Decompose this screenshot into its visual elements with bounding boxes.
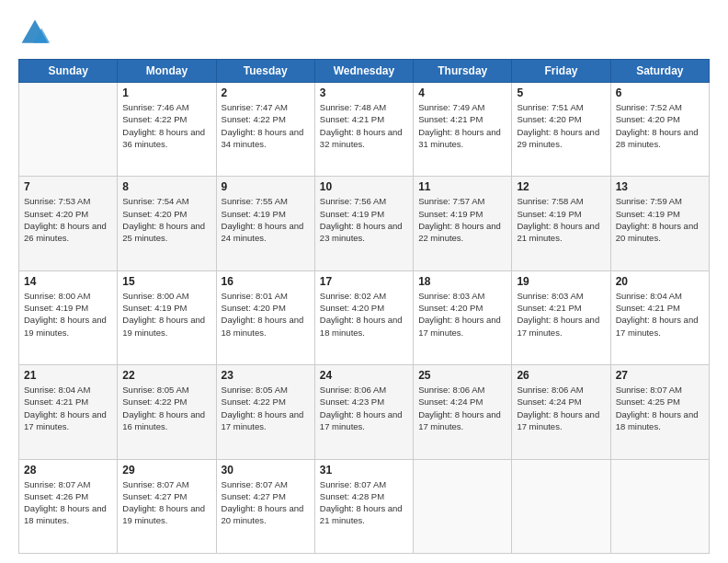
day-info: Sunrise: 7:57 AMSunset: 4:19 PMDaylight:…: [418, 195, 506, 244]
day-number: 13: [616, 180, 704, 193]
calendar-cell: 30Sunrise: 8:07 AMSunset: 4:27 PMDayligh…: [216, 459, 314, 553]
calendar-cell: 21Sunrise: 8:04 AMSunset: 4:21 PMDayligh…: [19, 365, 118, 459]
day-info: Sunrise: 8:07 AMSunset: 4:27 PMDaylight:…: [122, 478, 210, 527]
calendar-cell: 29Sunrise: 8:07 AMSunset: 4:27 PMDayligh…: [118, 459, 216, 553]
day-info: Sunrise: 8:03 AMSunset: 4:21 PMDaylight:…: [517, 290, 605, 339]
calendar-cell: 23Sunrise: 8:05 AMSunset: 4:22 PMDayligh…: [216, 365, 314, 459]
day-header-friday: Friday: [512, 60, 610, 83]
calendar-table: SundayMondayTuesdayWednesdayThursdayFrid…: [18, 59, 710, 554]
calendar-cell: 10Sunrise: 7:56 AMSunset: 4:19 PMDayligh…: [314, 177, 413, 270]
day-number: 6: [616, 86, 704, 99]
day-info: Sunrise: 7:55 AMSunset: 4:19 PMDaylight:…: [222, 195, 310, 244]
calendar-cell: 31Sunrise: 8:07 AMSunset: 4:28 PMDayligh…: [314, 459, 413, 553]
day-number: 21: [24, 369, 112, 382]
calendar-cell: 15Sunrise: 8:00 AMSunset: 4:19 PMDayligh…: [118, 270, 216, 364]
day-info: Sunrise: 7:46 AMSunset: 4:22 PMDaylight:…: [122, 101, 210, 150]
day-number: 23: [222, 369, 310, 382]
day-header-wednesday: Wednesday: [314, 60, 413, 83]
calendar-cell: 12Sunrise: 7:58 AMSunset: 4:19 PMDayligh…: [512, 177, 610, 270]
calendar-cell: 8Sunrise: 7:54 AMSunset: 4:20 PMDaylight…: [118, 177, 216, 270]
day-number: 16: [222, 275, 310, 288]
calendar-cell: 9Sunrise: 7:55 AMSunset: 4:19 PMDaylight…: [216, 177, 314, 270]
day-info: Sunrise: 8:02 AMSunset: 4:20 PMDaylight:…: [320, 290, 408, 339]
day-info: Sunrise: 8:07 AMSunset: 4:26 PMDaylight:…: [24, 478, 112, 527]
day-number: 29: [122, 464, 210, 477]
day-header-sunday: Sunday: [19, 60, 118, 83]
day-number: 24: [320, 369, 408, 382]
day-number: 19: [517, 275, 605, 288]
day-info: Sunrise: 7:47 AMSunset: 4:22 PMDaylight:…: [222, 101, 310, 150]
day-number: 8: [122, 180, 210, 193]
day-number: 25: [418, 369, 506, 382]
day-info: Sunrise: 8:06 AMSunset: 4:23 PMDaylight:…: [320, 384, 408, 432]
calendar-cell: [414, 459, 512, 553]
calendar-cell: 28Sunrise: 8:07 AMSunset: 4:26 PMDayligh…: [19, 459, 118, 553]
day-number: 18: [418, 275, 506, 288]
day-info: Sunrise: 8:00 AMSunset: 4:19 PMDaylight:…: [24, 290, 112, 339]
day-info: Sunrise: 7:59 AMSunset: 4:19 PMDaylight:…: [616, 195, 704, 244]
header: [18, 17, 710, 50]
logo-icon: [18, 17, 51, 50]
day-info: Sunrise: 8:04 AMSunset: 4:21 PMDaylight:…: [24, 384, 112, 432]
day-info: Sunrise: 8:07 AMSunset: 4:25 PMDaylight:…: [616, 384, 704, 432]
day-number: 30: [222, 464, 310, 477]
day-number: 9: [222, 180, 310, 193]
calendar-cell: 14Sunrise: 8:00 AMSunset: 4:19 PMDayligh…: [19, 270, 118, 364]
day-number: 12: [517, 180, 605, 193]
day-number: 17: [320, 275, 408, 288]
calendar-cell: 17Sunrise: 8:02 AMSunset: 4:20 PMDayligh…: [314, 270, 413, 364]
logo: [18, 17, 57, 50]
day-info: Sunrise: 7:56 AMSunset: 4:19 PMDaylight:…: [320, 195, 408, 244]
day-number: 27: [616, 369, 704, 382]
calendar-cell: 16Sunrise: 8:01 AMSunset: 4:20 PMDayligh…: [216, 270, 314, 364]
calendar-cell: 5Sunrise: 7:51 AMSunset: 4:20 PMDaylight…: [512, 83, 610, 177]
day-info: Sunrise: 7:54 AMSunset: 4:20 PMDaylight:…: [122, 195, 210, 244]
day-info: Sunrise: 8:06 AMSunset: 4:24 PMDaylight:…: [418, 384, 506, 432]
calendar-cell: 3Sunrise: 7:48 AMSunset: 4:21 PMDaylight…: [314, 83, 413, 177]
calendar-week-row: 28Sunrise: 8:07 AMSunset: 4:26 PMDayligh…: [19, 459, 710, 553]
day-info: Sunrise: 8:03 AMSunset: 4:20 PMDaylight:…: [418, 290, 506, 339]
day-info: Sunrise: 8:07 AMSunset: 4:27 PMDaylight:…: [222, 478, 310, 527]
calendar-cell: 6Sunrise: 7:52 AMSunset: 4:20 PMDaylight…: [610, 83, 709, 177]
day-info: Sunrise: 7:51 AMSunset: 4:20 PMDaylight:…: [517, 101, 605, 150]
day-number: 28: [24, 464, 112, 477]
day-info: Sunrise: 7:53 AMSunset: 4:20 PMDaylight:…: [24, 195, 112, 244]
day-header-saturday: Saturday: [610, 60, 709, 83]
calendar-cell: 1Sunrise: 7:46 AMSunset: 4:22 PMDaylight…: [118, 83, 216, 177]
calendar-cell: 13Sunrise: 7:59 AMSunset: 4:19 PMDayligh…: [610, 177, 709, 270]
day-number: 26: [517, 369, 605, 382]
day-number: 2: [222, 86, 310, 99]
calendar-cell: 2Sunrise: 7:47 AMSunset: 4:22 PMDaylight…: [216, 83, 314, 177]
calendar-cell: 19Sunrise: 8:03 AMSunset: 4:21 PMDayligh…: [512, 270, 610, 364]
day-info: Sunrise: 8:05 AMSunset: 4:22 PMDaylight:…: [222, 384, 310, 432]
calendar-cell: 20Sunrise: 8:04 AMSunset: 4:21 PMDayligh…: [610, 270, 709, 364]
calendar-cell: [610, 459, 709, 553]
day-number: 3: [320, 86, 408, 99]
day-number: 14: [24, 275, 112, 288]
calendar-week-row: 14Sunrise: 8:00 AMSunset: 4:19 PMDayligh…: [19, 270, 710, 364]
day-info: Sunrise: 7:58 AMSunset: 4:19 PMDaylight:…: [517, 195, 605, 244]
calendar-cell: 25Sunrise: 8:06 AMSunset: 4:24 PMDayligh…: [414, 365, 512, 459]
calendar-week-row: 7Sunrise: 7:53 AMSunset: 4:20 PMDaylight…: [19, 177, 710, 270]
day-number: 15: [122, 275, 210, 288]
calendar-cell: 18Sunrise: 8:03 AMSunset: 4:20 PMDayligh…: [414, 270, 512, 364]
calendar-cell: 24Sunrise: 8:06 AMSunset: 4:23 PMDayligh…: [314, 365, 413, 459]
day-number: 1: [122, 86, 210, 99]
calendar-cell: 7Sunrise: 7:53 AMSunset: 4:20 PMDaylight…: [19, 177, 118, 270]
day-header-monday: Monday: [118, 60, 216, 83]
calendar-cell: 26Sunrise: 8:06 AMSunset: 4:24 PMDayligh…: [512, 365, 610, 459]
calendar-cell: [19, 83, 118, 177]
day-info: Sunrise: 7:48 AMSunset: 4:21 PMDaylight:…: [320, 101, 408, 150]
day-number: 5: [517, 86, 605, 99]
day-number: 22: [122, 369, 210, 382]
day-number: 10: [320, 180, 408, 193]
calendar-cell: 4Sunrise: 7:49 AMSunset: 4:21 PMDaylight…: [414, 83, 512, 177]
calendar-cell: 11Sunrise: 7:57 AMSunset: 4:19 PMDayligh…: [414, 177, 512, 270]
day-header-thursday: Thursday: [414, 60, 512, 83]
calendar-cell: 27Sunrise: 8:07 AMSunset: 4:25 PMDayligh…: [610, 365, 709, 459]
calendar-week-row: 21Sunrise: 8:04 AMSunset: 4:21 PMDayligh…: [19, 365, 710, 459]
calendar-cell: 22Sunrise: 8:05 AMSunset: 4:22 PMDayligh…: [118, 365, 216, 459]
day-info: Sunrise: 8:07 AMSunset: 4:28 PMDaylight:…: [320, 478, 408, 527]
day-number: 31: [320, 464, 408, 477]
day-info: Sunrise: 7:49 AMSunset: 4:21 PMDaylight:…: [418, 101, 506, 150]
